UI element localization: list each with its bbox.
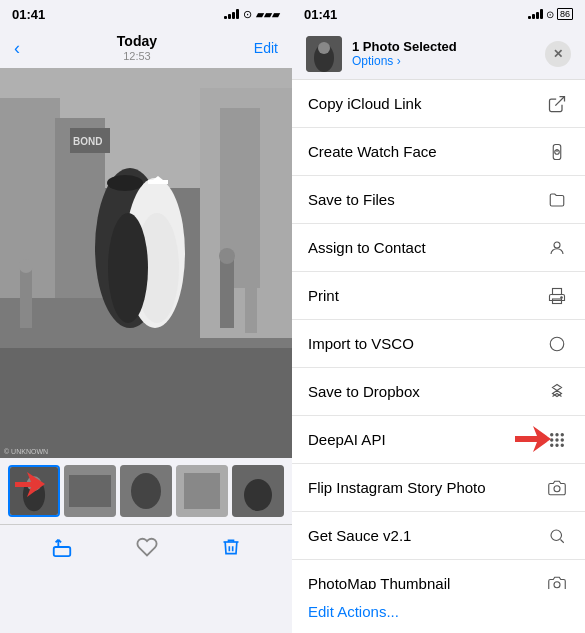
wifi-icon: ⊙ [243,8,252,21]
svg-point-43 [554,242,560,248]
left-status-bar: 01:41 ⊙ ▰▰▰ [0,0,292,28]
vsco-label: Import to VSCO [308,335,414,352]
back-button[interactable]: ‹ [14,38,20,59]
sheet-header: 1 Photo Selected Options › ✕ [292,28,585,80]
edit-actions-bar: Edit Actions... [292,589,585,633]
files-icon [545,188,569,212]
menu-item-flip-instagram[interactable]: Flip Instagram Story Photo [292,464,585,512]
copy-icloud-label: Copy iCloud Link [308,95,421,112]
svg-rect-10 [110,181,140,187]
svg-rect-15 [20,268,32,328]
svg-marker-48 [515,426,551,452]
svg-rect-44 [553,288,562,294]
thumbnail-strip [0,458,292,524]
svg-point-59 [551,530,562,541]
edit-actions-button[interactable]: Edit Actions... [308,603,399,620]
svg-point-34 [244,479,272,511]
menu-item-save-files[interactable]: Save to Files [292,176,585,224]
get-sauce-label: Get Sauce v2.1 [308,527,411,544]
nav-subtitle: 12:53 [117,50,157,63]
svg-text:© UNKNOWN: © UNKNOWN [4,448,48,455]
assign-contact-label: Assign to Contact [308,239,426,256]
battery-icon: ▰▰▰ [256,9,280,20]
right-panel: 01:41 ⊙ 86 1 Photo Selected Options › ✕ [292,0,585,633]
create-watch-face-label: Create Watch Face [308,143,437,160]
menu-item-deepai[interactable]: DeepAI API [292,416,585,464]
right-battery-icon: 86 [557,8,573,20]
favorite-button[interactable] [136,536,158,563]
flip-camera-icon [545,476,569,500]
nav-title: Today [117,33,157,50]
edit-button[interactable]: Edit [254,40,278,56]
photomap-label: PhotoMap Thumbnail [308,575,450,589]
watch-face-icon [545,140,569,164]
photomap-icon [545,572,569,590]
left-panel: 01:41 ⊙ ▰▰▰ ‹ Today 12:53 Edit [0,0,292,633]
menu-item-print[interactable]: Print [292,272,585,320]
right-status-bar: 01:41 ⊙ 86 [292,0,585,28]
svg-point-16 [19,259,33,273]
svg-point-53 [556,438,558,440]
right-signal-icon [528,9,543,19]
photo-image: BOND © UNKNOWN [0,68,292,458]
delete-button[interactable] [221,536,241,563]
thumbnail-5[interactable] [232,465,284,517]
svg-rect-45 [553,299,562,304]
right-wifi-icon: ⊙ [546,9,554,20]
menu-item-dropbox[interactable]: Save to Dropbox [292,368,585,416]
save-files-label: Save to Files [308,191,395,208]
svg-point-57 [561,444,563,446]
svg-point-47 [550,337,564,351]
menu-item-get-sauce[interactable]: Get Sauce v2.1 [292,512,585,560]
contact-icon [545,236,569,260]
menu-item-copy-icloud[interactable]: Copy iCloud Link [292,80,585,128]
sheet-thumbnail [306,36,342,72]
svg-rect-17 [220,258,234,328]
signal-icon [224,9,239,19]
svg-point-30 [131,473,161,509]
flip-instagram-label: Flip Instagram Story Photo [308,479,486,496]
sheet-options-link[interactable]: Options › [352,54,545,68]
svg-text:BOND: BOND [73,136,102,147]
red-arrow-icon [515,424,551,454]
dropbox-icon [545,380,569,404]
svg-rect-28 [69,475,111,507]
sheet-close-button[interactable]: ✕ [545,41,571,67]
svg-rect-35 [54,547,71,556]
menu-item-create-watch-face[interactable]: Create Watch Face [292,128,585,176]
svg-point-14 [108,213,148,323]
svg-rect-32 [184,473,220,509]
svg-point-38 [318,42,330,54]
svg-point-46 [561,296,563,298]
thumbnail-4[interactable] [176,465,228,517]
print-label: Print [308,287,339,304]
svg-point-58 [554,485,560,491]
share-button[interactable] [51,536,73,563]
svg-line-39 [555,96,564,105]
nav-center: Today 12:53 [117,33,157,63]
thumbnail-2[interactable] [64,465,116,517]
svg-point-61 [554,581,560,587]
main-photo: BOND © UNKNOWN [0,68,292,458]
menu-item-photomap[interactable]: PhotoMap Thumbnail [292,560,585,589]
right-time: 01:41 [304,7,337,22]
thumbnail-1[interactable] [8,465,60,517]
svg-point-18 [219,248,235,264]
svg-rect-19 [245,278,257,333]
svg-line-60 [560,539,563,542]
svg-point-51 [561,433,563,435]
dropbox-label: Save to Dropbox [308,383,420,400]
thumbnail-3[interactable] [120,465,172,517]
copy-icloud-icon [545,92,569,116]
left-nav-bar: ‹ Today 12:53 Edit [0,28,292,68]
left-status-icons: ⊙ ▰▰▰ [224,8,280,21]
sheet-title-block: 1 Photo Selected Options › [352,39,545,68]
deepai-label: DeepAI API [308,431,386,448]
svg-rect-6 [0,348,292,458]
menu-item-assign-contact[interactable]: Assign to Contact [292,224,585,272]
bottom-toolbar [0,524,292,574]
sheet-selected-title: 1 Photo Selected [352,39,545,54]
search-icon [545,524,569,548]
print-icon [545,284,569,308]
menu-item-vsco[interactable]: Import to VSCO [292,320,585,368]
